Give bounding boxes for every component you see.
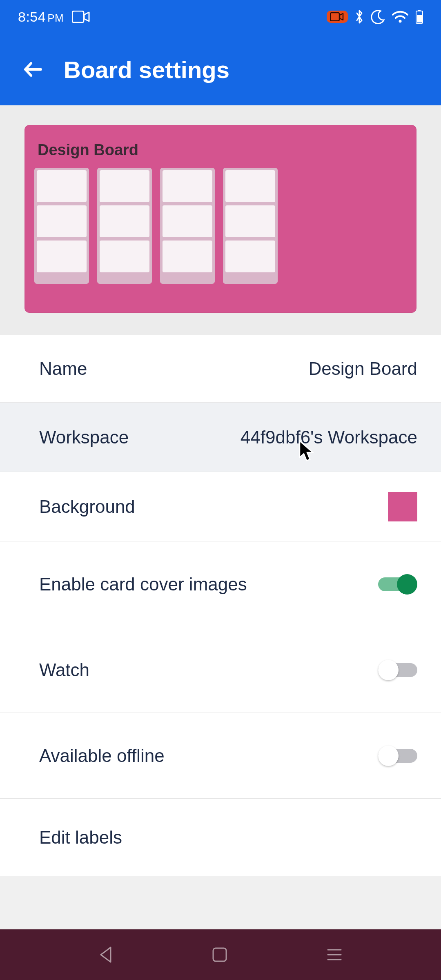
toggle-thumb <box>378 660 399 680</box>
board-preview[interactable]: Design Board <box>24 125 416 313</box>
row-name[interactable]: Name Design Board <box>0 335 441 403</box>
battery-icon <box>415 9 424 24</box>
preview-card <box>225 170 275 202</box>
preview-card <box>100 205 149 237</box>
preview-card <box>163 170 212 202</box>
camcorder-icon <box>72 11 90 23</box>
preview-card <box>163 241 212 272</box>
status-time: 8:54PM <box>18 9 64 25</box>
row-card-cover[interactable]: Enable card cover images <box>0 541 441 627</box>
nav-back-button[interactable] <box>98 945 114 964</box>
row-watch-label: Watch <box>39 660 89 680</box>
arrow-left-icon <box>22 58 44 80</box>
background-color-swatch <box>388 492 417 521</box>
offline-toggle[interactable] <box>378 745 417 767</box>
svg-rect-1 <box>330 13 339 21</box>
app-bar: Board settings <box>0 33 441 105</box>
preview-list <box>97 168 152 284</box>
preview-card <box>37 205 87 237</box>
status-time-value: 8:54 <box>18 9 46 24</box>
svg-rect-6 <box>213 948 226 961</box>
moon-icon <box>371 9 385 24</box>
status-bar: 8:54PM <box>0 0 441 33</box>
watch-toggle[interactable] <box>378 659 417 681</box>
row-background-label: Background <box>39 497 135 517</box>
board-preview-title: Design Board <box>34 141 407 159</box>
status-time-ampm: PM <box>47 12 64 24</box>
row-offline-label: Available offline <box>39 746 165 766</box>
toggle-thumb <box>378 746 399 766</box>
back-button[interactable] <box>19 55 47 84</box>
nav-back-icon <box>98 945 114 964</box>
status-left: 8:54PM <box>18 9 90 25</box>
preview-card <box>100 170 149 202</box>
row-offline[interactable]: Available offline <box>0 713 441 799</box>
row-workspace-label: Workspace <box>39 427 129 448</box>
preview-card <box>225 205 275 237</box>
row-edit-labels[interactable]: Edit labels <box>0 799 441 876</box>
svg-rect-5 <box>417 15 422 22</box>
row-edit-labels-label: Edit labels <box>39 827 122 848</box>
preview-list <box>160 168 215 284</box>
page-title: Board settings <box>64 56 229 83</box>
nav-recents-icon <box>325 947 343 962</box>
toggle-thumb <box>397 574 417 595</box>
preview-card <box>163 205 212 237</box>
preview-card <box>225 241 275 272</box>
svg-rect-0 <box>72 11 84 22</box>
preview-lists <box>34 168 407 284</box>
preview-card <box>37 170 87 202</box>
wifi-icon <box>392 11 408 23</box>
system-nav-bar <box>0 929 441 980</box>
screen-record-icon <box>327 11 348 23</box>
svg-rect-4 <box>418 10 421 11</box>
status-right <box>327 9 424 24</box>
preview-card <box>37 241 87 272</box>
row-card-cover-label: Enable card cover images <box>39 574 247 595</box>
nav-recents-button[interactable] <box>325 947 343 962</box>
row-name-label: Name <box>39 359 87 379</box>
nav-home-icon <box>211 946 229 964</box>
bluetooth-icon <box>354 9 364 24</box>
nav-home-button[interactable] <box>211 946 229 964</box>
row-watch[interactable]: Watch <box>0 627 441 713</box>
row-background[interactable]: Background <box>0 472 441 541</box>
svg-point-2 <box>399 20 402 23</box>
board-preview-zone: Design Board <box>0 105 441 335</box>
preview-list <box>223 168 278 284</box>
row-name-value: Design Board <box>308 359 417 379</box>
row-workspace[interactable]: Workspace 44f9dbf6's Workspace <box>0 403 441 472</box>
preview-card <box>100 241 149 272</box>
card-cover-toggle[interactable] <box>378 573 417 595</box>
row-workspace-value: 44f9dbf6's Workspace <box>241 427 417 448</box>
preview-list <box>34 168 89 284</box>
